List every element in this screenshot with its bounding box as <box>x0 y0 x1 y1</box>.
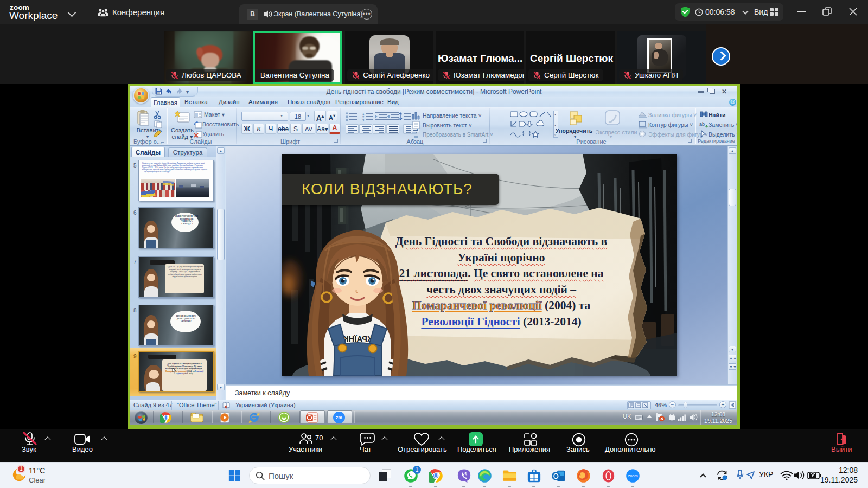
svg-text:3: 3 <box>362 119 365 121</box>
svg-text:zoom: zoom <box>628 473 637 478</box>
svg-text:ab: ab <box>699 121 705 127</box>
